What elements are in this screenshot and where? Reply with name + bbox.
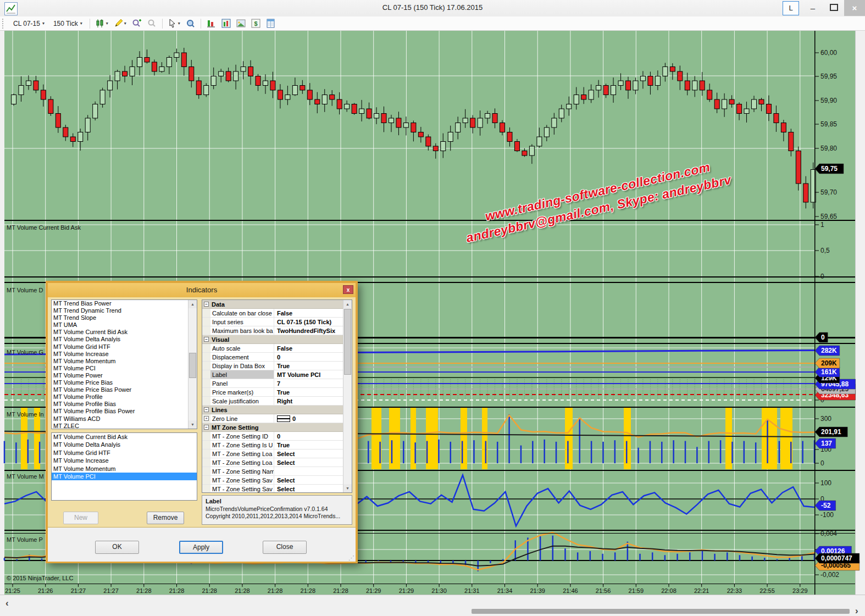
- candle-body: [403, 123, 408, 128]
- price-axis-tick: -100: [820, 511, 834, 519]
- panel-label: MT Volume D: [7, 287, 43, 293]
- candle-body: [196, 81, 201, 95]
- volume-zone-band: [725, 408, 732, 469]
- property-row[interactable]: MT - Zone Setting ID0: [202, 432, 343, 441]
- candle-body: [611, 86, 616, 95]
- dialog-title[interactable]: Indicators: [48, 283, 356, 297]
- list-item[interactable]: MT Volume Grid HTF: [52, 449, 197, 457]
- candle-body: [655, 76, 660, 86]
- candle-body: [774, 114, 779, 123]
- property-grid-scrollbar[interactable]: ▲ ▼: [343, 300, 352, 492]
- selected-indicators-list[interactable]: MT Volume Current Bid AskMT Volume Delta…: [51, 432, 197, 501]
- panel-separator: [4, 276, 855, 278]
- volume-zone-band: [482, 408, 487, 469]
- list-item[interactable]: MT ZLEC: [52, 423, 197, 429]
- list-item[interactable]: MT Volume Profile Bias: [52, 401, 197, 408]
- property-row[interactable]: Price marker(s)True: [202, 388, 343, 397]
- property-row[interactable]: +Zero Line0: [202, 414, 343, 423]
- list-item[interactable]: MT Trend Slope: [52, 314, 197, 321]
- list-item[interactable]: MT Volume Current Bid Ask: [52, 433, 197, 441]
- candle-body: [700, 81, 705, 90]
- candle-body: [737, 104, 742, 114]
- property-row[interactable]: Display in Data BoxTrue: [202, 362, 343, 370]
- candle-body: [189, 67, 194, 81]
- candle-body: [41, 90, 46, 99]
- property-row[interactable]: MT - Zone Setting SavSelect: [202, 485, 343, 493]
- candle-body: [522, 151, 527, 156]
- apply-button[interactable]: Apply: [179, 541, 223, 554]
- scroll-up-icon[interactable]: ▲: [343, 300, 352, 308]
- list-item[interactable]: MT Volume PCI: [52, 473, 197, 480]
- list-item[interactable]: MT Volume Power: [52, 372, 197, 379]
- list-item[interactable]: MT Volume Profile Bias Power: [52, 408, 197, 415]
- property-row[interactable]: Displacement0: [202, 353, 343, 362]
- candle-body: [145, 58, 149, 63]
- available-indicators-list[interactable]: MT Trend Bias PowerMT Trend Dynamic Tren…: [51, 299, 197, 429]
- candle-body: [441, 142, 446, 151]
- list-item[interactable]: MT Trend Dynamic Trend: [52, 307, 197, 314]
- property-row[interactable]: MT - Zone Setting Nam: [202, 467, 343, 476]
- candle-body: [418, 132, 423, 137]
- list-item[interactable]: MT Trend Bias Power: [52, 300, 197, 307]
- property-row[interactable]: Maximum bars look baTwoHundredFiftySix: [202, 326, 343, 335]
- panel-label: MT Volume M: [7, 473, 44, 480]
- list-item[interactable]: MT Volume Current Bid Ask: [52, 329, 197, 336]
- property-row[interactable]: MT - Zone Setting SavSelect: [202, 476, 343, 485]
- price-marker-label: 59,75: [821, 165, 838, 173]
- price-axis-tick: 0: [820, 459, 824, 467]
- candle-body: [234, 71, 239, 81]
- candle-body: [108, 81, 113, 90]
- property-row[interactable]: Scale justificationRight: [202, 397, 343, 406]
- list-item[interactable]: MT Volume Delta Analyis: [52, 441, 197, 448]
- scroll-down-icon[interactable]: ▼: [343, 484, 352, 492]
- property-row[interactable]: MT - Zone Setting Is UTrue: [202, 441, 343, 449]
- list-item[interactable]: MT Volume Momentum: [52, 465, 197, 473]
- property-row[interactable]: MT - Zone Setting LoaSelect: [202, 458, 343, 467]
- list-item[interactable]: MT Volume Increase: [52, 457, 197, 464]
- list-scrollbar[interactable]: ▲ ▼: [188, 300, 197, 429]
- list-item[interactable]: MT Volume Profile: [52, 393, 197, 401]
- candle-body: [463, 118, 468, 123]
- property-category[interactable]: −Lines: [202, 406, 343, 414]
- list-item[interactable]: MT Volume Delta Analyis: [52, 336, 197, 343]
- new-button[interactable]: New: [63, 512, 98, 524]
- scrollbar-thumb[interactable]: [344, 309, 351, 375]
- property-category[interactable]: −MT Zone Setting: [202, 423, 343, 432]
- time-axis-label: 21:31: [464, 587, 480, 594]
- time-axis-label: 21:28: [202, 587, 217, 594]
- property-category[interactable]: −Data: [202, 300, 343, 309]
- list-item[interactable]: MT Volume Price Bias Power: [52, 386, 197, 393]
- panel-separator: [4, 220, 855, 221]
- list-item[interactable]: MT Volume Price Bias: [52, 379, 197, 386]
- candle-body: [448, 132, 453, 142]
- ok-button[interactable]: OK: [95, 541, 139, 554]
- price-axis-tick: 0,004: [820, 530, 837, 537]
- time-axis-label: 21:29: [399, 587, 414, 594]
- property-row[interactable]: Input seriesCL 07-15 (150 Tick): [202, 318, 343, 326]
- price-axis-tick: 59,80: [820, 145, 837, 152]
- property-category[interactable]: −Visual: [202, 335, 343, 344]
- list-item[interactable]: MT Volume PCI: [52, 365, 197, 372]
- property-grid[interactable]: −DataCalculate on bar closeFalseInput se…: [202, 299, 352, 493]
- list-item[interactable]: MT Volume Momentum: [52, 358, 197, 365]
- candle-body: [115, 71, 120, 81]
- scroll-up-icon[interactable]: ▲: [188, 300, 197, 308]
- property-row[interactable]: MT - Zone Setting LoaSelect: [202, 449, 343, 458]
- list-item[interactable]: MT Volume Grid HTF: [52, 343, 197, 351]
- copyright-label: © 2015 NinjaTrader, LLC: [7, 575, 73, 581]
- property-row[interactable]: Auto scaleFalse: [202, 344, 343, 353]
- list-item[interactable]: MT UMA: [52, 321, 197, 329]
- list-item[interactable]: MT Williams ACD: [52, 415, 197, 423]
- candle-body: [470, 118, 475, 127]
- list-item[interactable]: MT Volume Increase: [52, 351, 197, 358]
- candle-body: [633, 81, 638, 90]
- scrollbar-thumb[interactable]: [189, 353, 196, 378]
- dialog-close-icon[interactable]: x: [343, 285, 353, 294]
- close-dialog-button[interactable]: Close: [263, 541, 307, 554]
- scroll-down-icon[interactable]: ▼: [188, 420, 197, 429]
- property-row[interactable]: Panel7: [202, 379, 343, 388]
- remove-button[interactable]: Remove: [147, 512, 184, 524]
- resize-grip[interactable]: ⋰: [348, 554, 354, 562]
- property-row[interactable]: LabelMT Volume PCI: [202, 370, 343, 379]
- property-row[interactable]: Calculate on bar closeFalse: [202, 309, 343, 318]
